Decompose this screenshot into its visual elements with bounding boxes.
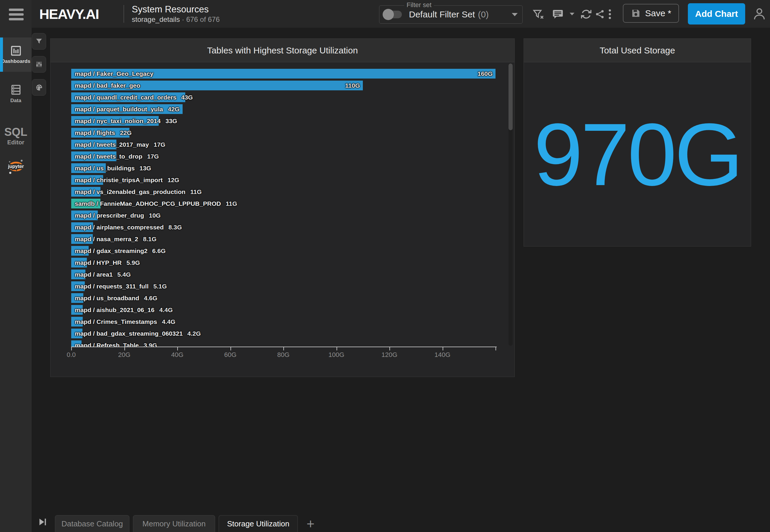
bar-label: mapd / Crimes_Timestamps bbox=[75, 316, 157, 327]
save-button[interactable]: Save * bbox=[623, 4, 679, 23]
bar-value: 4.4G bbox=[162, 316, 175, 327]
data-manager-icon bbox=[10, 84, 22, 96]
funnel-icon bbox=[35, 37, 43, 45]
chart-row: mapd / us_broadband4.6G bbox=[71, 292, 497, 304]
sidebar-item-sql-editor[interactable]: SQL Editor bbox=[0, 123, 32, 149]
add-chart-button[interactable]: Add Chart bbox=[688, 3, 745, 25]
bar-label: mapd / area1 bbox=[75, 269, 112, 280]
bar-label: mapd / bad_faker_geo bbox=[75, 80, 140, 91]
bar-value: 10G bbox=[149, 210, 161, 221]
annotations-dropdown-icon[interactable] bbox=[570, 13, 574, 15]
global-filters-button[interactable] bbox=[32, 56, 46, 73]
share-button[interactable] bbox=[595, 9, 605, 19]
bar-label: mapd / christie_tripsA_import bbox=[75, 174, 163, 186]
left-sidebar: Dashboards Data SQL Editor jupyter jupyt… bbox=[0, 0, 32, 532]
bar-label: mapd / requests_311_full bbox=[75, 280, 148, 292]
dashboard-subtitle: storage_details · 676 of 676 bbox=[132, 16, 220, 23]
chart-row: mapd / area15.4G bbox=[71, 269, 497, 280]
axis-tick bbox=[231, 347, 231, 350]
axis-tick bbox=[337, 347, 337, 350]
tab-storage-utilization[interactable]: Storage Utilization bbox=[219, 515, 298, 532]
bar-label: mapd / Refresh_Table bbox=[75, 340, 139, 347]
save-button-label: Save * bbox=[645, 8, 671, 18]
sql-editor-label: SQL bbox=[4, 126, 27, 138]
chart-row: mapd / Crimes_Timestamps4.4G bbox=[71, 316, 497, 328]
bar-value: 33G bbox=[165, 115, 177, 127]
sliders-icon bbox=[35, 61, 43, 68]
axis-tick bbox=[389, 347, 390, 350]
annotations-button[interactable] bbox=[552, 8, 564, 20]
add-tab-button[interactable]: + bbox=[304, 515, 317, 532]
bar-value: 4.4G bbox=[159, 304, 173, 316]
bar-label: mapd / gdax_streaming2 bbox=[75, 245, 147, 257]
storage-utilization-chart-panel: Tables with Highest Storage Utilization … bbox=[50, 38, 515, 377]
dashboard-name: storage_details bbox=[132, 15, 180, 23]
row-chart-area: mapd / Faker_Geo_Legacy160Gmapd / bad_fa… bbox=[71, 68, 497, 347]
hamburger-icon bbox=[9, 9, 24, 11]
sidebar-item-data[interactable]: Data bbox=[0, 77, 32, 110]
x-axis-line bbox=[71, 347, 497, 347]
chart-row: mapd / aishub_2021_06_164.4G bbox=[71, 304, 497, 316]
chart-row: mapd / bad_faker_geo110G bbox=[71, 80, 497, 92]
bar-label: mapd / prescriber_drug bbox=[75, 210, 144, 221]
axis-tick-label: 120G bbox=[381, 351, 397, 359]
refresh-button[interactable] bbox=[580, 8, 592, 20]
number-panel-header: Total Used Storage bbox=[524, 39, 751, 62]
chart-row: mapd / parquet_buildout_yula42G bbox=[71, 103, 497, 115]
bar-value: 11G bbox=[226, 198, 237, 209]
palette-icon bbox=[35, 84, 43, 92]
bar-label: mapd / airplanes_compressed bbox=[75, 221, 164, 233]
total-used-storage-value: 970G bbox=[524, 62, 751, 246]
chart-scrollbar-thumb[interactable] bbox=[508, 63, 513, 130]
axis-tick bbox=[71, 347, 72, 350]
chart-row: mapd / HYP_HR5.9G bbox=[71, 257, 497, 269]
filter-panel-button[interactable] bbox=[32, 33, 46, 50]
sidebar-item-jupyter[interactable]: jupyter jupyter bbox=[0, 155, 32, 179]
bar-label: mapd / bad_gdax_streaming_060321 bbox=[75, 328, 182, 339]
toggle-knob-icon bbox=[383, 9, 394, 20]
axis-tick bbox=[177, 347, 178, 350]
chart-panel-header: Tables with Highest Storage Utilization bbox=[50, 39, 514, 62]
bar-value: 17G bbox=[154, 139, 165, 150]
chart-row: mapd / Faker_Geo_Legacy160G bbox=[71, 68, 497, 80]
bar-value: 160G bbox=[477, 68, 492, 79]
axis-tick-label: 0.0 bbox=[67, 351, 76, 359]
sidebar-item-label: Data bbox=[10, 98, 21, 104]
bar-label: mapd / us_broadband bbox=[75, 292, 139, 304]
tab-memory-utilization[interactable]: Memory Utilization bbox=[133, 515, 215, 532]
bar-value: 12G bbox=[167, 174, 179, 186]
logo-divider bbox=[123, 5, 124, 23]
axis-tick bbox=[443, 347, 443, 350]
bar-value: 8.1G bbox=[143, 233, 156, 245]
chart-row: mapd / vs_i2enabled_gas_production11G bbox=[71, 186, 497, 198]
axis-tick-label: 20G bbox=[118, 351, 130, 359]
axis-tick bbox=[283, 347, 284, 350]
heavyai-logo: HEAVY.AI bbox=[39, 0, 99, 28]
jupyter-icon: jupyter jupyter bbox=[7, 158, 25, 176]
collapse-tab-bar-button[interactable] bbox=[37, 517, 48, 527]
chevron-down-icon[interactable] bbox=[512, 13, 518, 16]
chart-row: mapd / quandl_credit_card_orders43G bbox=[71, 92, 497, 103]
bar-value: 4.2G bbox=[187, 328, 201, 339]
skip-next-icon bbox=[37, 517, 48, 527]
bar-value: 17G bbox=[147, 151, 159, 162]
clear-filters-button[interactable] bbox=[532, 8, 545, 21]
refresh-icon bbox=[580, 8, 592, 20]
hamburger-menu-button[interactable] bbox=[9, 9, 24, 23]
axis-tick-label: 100G bbox=[329, 351, 345, 359]
sidebar-item-dashboards[interactable]: Dashboards bbox=[0, 37, 32, 72]
theme-button[interactable] bbox=[32, 79, 46, 96]
account-button[interactable] bbox=[752, 6, 767, 22]
tab-database-catalog[interactable]: Database Catalog bbox=[55, 515, 129, 532]
chart-row: samdb / FannieMae_ADHOC_PCG_LPPUB_PROD11… bbox=[71, 198, 497, 210]
bar-value: 43G bbox=[181, 92, 193, 103]
number-chart-title: Total Used Storage bbox=[600, 45, 675, 56]
bar-label: mapd / vs_i2enabled_gas_production bbox=[75, 186, 185, 198]
filter-set-toggle[interactable] bbox=[384, 11, 402, 18]
bar-label: mapd / HYP_HR bbox=[75, 257, 122, 268]
more-options-button[interactable] bbox=[608, 9, 612, 20]
bar-value: 42G bbox=[168, 103, 179, 115]
filter-set-selector[interactable]: Default Filter Set (0) bbox=[409, 6, 489, 23]
bar-label: mapd / quandl_credit_card_orders bbox=[75, 92, 176, 103]
axis-tick-label: 80G bbox=[277, 351, 290, 359]
